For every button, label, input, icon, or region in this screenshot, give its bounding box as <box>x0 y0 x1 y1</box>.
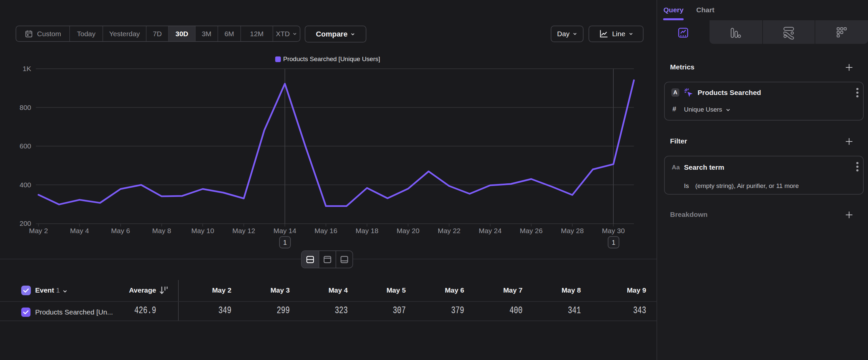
svg-text:600: 600 <box>20 142 31 150</box>
svg-text:1K: 1K <box>23 65 31 73</box>
svg-text:May 6: May 6 <box>111 227 130 234</box>
svg-text:May 30: May 30 <box>602 227 625 234</box>
svg-text:800: 800 <box>20 104 31 111</box>
svg-text:1: 1 <box>283 239 287 246</box>
svg-text:May 4: May 4 <box>70 227 89 234</box>
svg-text:May 12: May 12 <box>232 227 255 234</box>
svg-text:May 24: May 24 <box>479 227 502 234</box>
svg-text:400: 400 <box>20 181 31 189</box>
svg-text:May 26: May 26 <box>520 227 543 234</box>
svg-text:May 22: May 22 <box>438 227 461 234</box>
svg-text:200: 200 <box>20 220 31 227</box>
svg-text:May 20: May 20 <box>397 227 420 234</box>
svg-text:May 10: May 10 <box>191 227 214 234</box>
svg-text:May 18: May 18 <box>355 227 378 234</box>
svg-text:1: 1 <box>612 239 615 246</box>
svg-text:May 2: May 2 <box>29 227 48 234</box>
svg-text:May 28: May 28 <box>561 227 584 234</box>
svg-text:May 16: May 16 <box>315 227 338 234</box>
svg-text:May 14: May 14 <box>274 227 297 234</box>
svg-text:May 8: May 8 <box>152 227 171 234</box>
